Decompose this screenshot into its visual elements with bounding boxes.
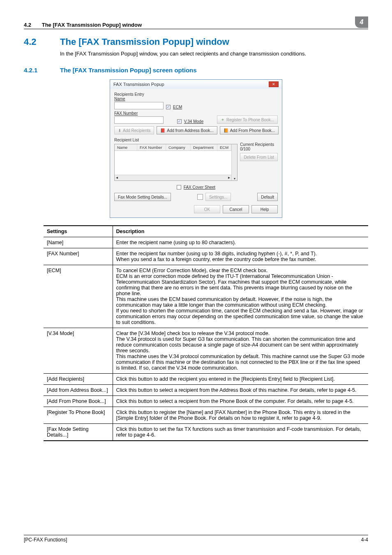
recipient-list-header: Name FAX Number Company Department ECM	[115, 144, 231, 151]
running-header: 4.2 The [FAX Transmission Popup] window …	[24, 16, 368, 29]
setting-name: [FAX Number]	[44, 248, 113, 265]
setting-name: [Add From Phone Book...]	[44, 396, 113, 407]
close-icon[interactable]: ✕	[269, 81, 279, 87]
vertical-scrollbar[interactable]: ▾	[231, 144, 237, 180]
ecm-checkbox[interactable]: ✓	[166, 105, 171, 109]
add-recipients-button[interactable]: ⬇ Add Recipients	[114, 126, 154, 134]
ecm-label: ECM	[173, 105, 182, 109]
h3-title: The [FAX Transmission Popup] screen opti…	[60, 67, 197, 74]
table-row: [Add from Address Book...]Click this but…	[44, 385, 368, 396]
setting-name: [Add from Address Book...]	[44, 385, 113, 396]
name-input[interactable]	[114, 102, 164, 109]
h2-title: The [FAX Transmission Popup] window	[60, 37, 229, 47]
setting-description: Click this button to register the [Name]…	[113, 407, 368, 424]
heading-2: 4.2 The [FAX Transmission Popup] window	[24, 37, 368, 47]
current-recipients-label: Current Recipients 0/100	[240, 142, 278, 151]
heading-3: 4.2.1 The [FAX Transmission Popup] scree…	[24, 67, 368, 74]
setting-name: [V.34 Mode]	[44, 328, 113, 374]
add-from-address-book-button[interactable]: 📕 Add from Address Book...	[157, 126, 217, 134]
cancel-button[interactable]: Cancel	[223, 205, 249, 213]
chapter-badge: 4	[355, 16, 368, 28]
fax-cover-sheet-label: FAX Cover Sheet	[184, 185, 215, 190]
register-phone-book-button[interactable]: ＋ Register To Phone Book...	[217, 116, 278, 124]
table-row: [Fax Mode Setting Details...]Click this …	[44, 424, 368, 441]
default-button[interactable]: Default	[257, 193, 278, 201]
setting-description: Click this button to select a recipient …	[113, 396, 368, 407]
setting-description: Enter the recipient name (using up to 80…	[113, 237, 368, 248]
cover-sheet-settings-button[interactable]: Settings...	[205, 193, 231, 201]
setting-name: [ECM]	[44, 265, 113, 328]
setting-name: [Fax Mode Setting Details...]	[44, 424, 113, 441]
fax-transmission-popup-dialog: FAX Transmission Popup ✕ Recipients Entr…	[110, 79, 282, 218]
table-row: [ECM]To cancel ECM (Error Correction Mod…	[44, 265, 368, 328]
name-label: Name	[114, 97, 164, 101]
table-row: [Add From Phone Book...]Click this butto…	[44, 396, 368, 407]
table-row: [Name]Enter the recipient name (using up…	[44, 237, 368, 248]
h3-number: 4.2.1	[24, 67, 60, 74]
setting-description: Click this button to set the fax TX func…	[113, 424, 368, 441]
page-footer: [PC-FAX Functions] 4-4	[24, 535, 368, 543]
setting-name: [Name]	[44, 237, 113, 248]
setting-description: Click this button to add the recipient y…	[113, 374, 368, 385]
setting-description: Click this button to select a recipient …	[113, 385, 368, 396]
footer-right: 4-4	[361, 537, 368, 543]
setting-name: [Register To Phone Book]	[44, 407, 113, 424]
recipients-entry-label: Recipients Entry	[114, 92, 278, 97]
table-head-settings: Settings	[44, 226, 113, 237]
dialog-title: FAX Transmission Popup	[113, 82, 164, 87]
v34-label: V.34 Mode	[184, 119, 203, 124]
header-section-title: The [FAX Transmission Popup] window	[42, 22, 142, 28]
recipient-list[interactable]: Name FAX Number Company Department ECM ◂…	[114, 144, 238, 181]
table-row: [Register To Phone Book]Click this butto…	[44, 407, 368, 424]
plus-icon: ＋	[221, 117, 225, 123]
delete-from-list-button[interactable]: Delete From List	[240, 153, 278, 161]
table-row: [FAX Number]Enter the recipient fax numb…	[44, 248, 368, 265]
recipient-list-label: Recipient List	[114, 138, 278, 142]
fax-number-input[interactable]	[114, 116, 164, 124]
setting-description: To cancel ECM (Error Correction Mode), c…	[113, 265, 368, 328]
table-row: [V.34 Mode]Clear the [V.34 Mode] check b…	[44, 328, 368, 374]
fax-number-label: FAX Number	[114, 111, 164, 116]
setting-description: Enter the recipient fax number (using up…	[113, 248, 368, 265]
table-head-description: Description	[113, 226, 368, 237]
h2-number: 4.2	[24, 37, 60, 47]
settings-table: Settings Description [Name]Enter the rec…	[44, 225, 368, 441]
help-button[interactable]: Help	[251, 205, 278, 213]
fax-mode-setting-details-button[interactable]: Fax Mode Setting Details...	[114, 193, 171, 201]
cover-sheet-preview-icon	[197, 194, 203, 200]
table-row: [Add Recipients]Click this button to add…	[44, 374, 368, 385]
intro-paragraph: In the [FAX Transmission Popup] window, …	[60, 51, 368, 57]
footer-left: [PC-FAX Functions]	[24, 537, 67, 543]
scroll-right-icon[interactable]: ▸	[227, 175, 231, 180]
fax-cover-sheet-checkbox[interactable]	[177, 185, 181, 190]
add-from-phone-book-button[interactable]: 📙 Add From Phone Book...	[220, 126, 279, 134]
down-arrow-icon: ⬇	[118, 128, 121, 133]
phone-book-icon: 📙	[224, 128, 228, 133]
setting-name: [Add Recipients]	[44, 374, 113, 385]
header-section-no: 4.2	[24, 22, 31, 28]
ok-button[interactable]: OK	[194, 205, 220, 213]
setting-description: Clear the [V.34 Mode] check box to relea…	[113, 328, 368, 374]
scroll-left-icon[interactable]: ◂	[115, 175, 119, 180]
v34-checkbox[interactable]: ✓	[177, 119, 182, 124]
address-book-icon: 📕	[160, 128, 165, 133]
